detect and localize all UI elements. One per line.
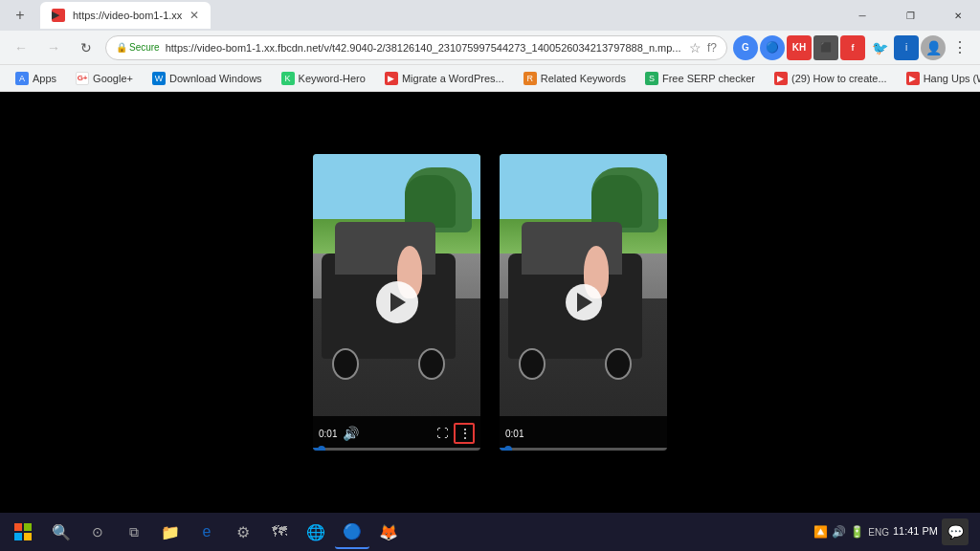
minimize-button[interactable]: ─ [840, 0, 884, 31]
fullscreen-button-1[interactable]: ⛶ [436, 427, 448, 440]
url-text: https://video-bom1-1.xx.fbcdn.net/v/t42.… [166, 42, 683, 54]
time-display-2: 0:01 [505, 429, 523, 439]
svg-rect-1 [24, 523, 32, 531]
car-wheel-right [418, 348, 445, 380]
bookmark-how-to[interactable]: ▶ (29) How to create... [767, 68, 895, 89]
progress-bar-1[interactable] [313, 448, 480, 451]
secure-label: Secure [129, 42, 160, 53]
play-icon-2 [577, 293, 592, 312]
ext-icon-1[interactable]: G [733, 35, 758, 60]
progress-bar-2[interactable] [500, 448, 667, 451]
url-bar[interactable]: 🔒 Secure https://video-bom1-1.xx.fbcdn.n… [105, 35, 727, 60]
video-controls-2: 0:01 ⬇ Download [500, 416, 667, 451]
bookmark-favicon-keyword: K [281, 72, 295, 85]
more-options-button-1[interactable]: ⋮ [454, 423, 475, 444]
bookmark-keyword[interactable]: K Keyword-Hero [274, 68, 373, 89]
bookmark-migrate[interactable]: ▶ Migrate a WordPres... [377, 68, 512, 89]
active-tab[interactable]: ▶ https://video-bom1-1.xx ✕ [40, 2, 211, 29]
tab-close-button[interactable]: ✕ [189, 9, 199, 22]
bookmark-label-hangup: Hang Ups (Want Yo... [924, 73, 980, 84]
svg-rect-0 [14, 523, 22, 531]
maximize-button[interactable]: ❐ [888, 0, 932, 31]
secure-icon: 🔒 Secure [116, 42, 160, 53]
taskbar-file-explorer[interactable]: 📁 [153, 515, 188, 549]
browser-window: + ▶ https://video-bom1-1.xx ✕ ─ ❐ ✕ ← → … [0, 0, 980, 551]
taskbar-ie[interactable]: e [189, 515, 224, 549]
bookmark-star[interactable]: ☆ [689, 40, 702, 55]
play-icon-1 [390, 293, 406, 312]
new-tab-button[interactable]: + [8, 3, 33, 28]
dots-icon-1: ⋮ [458, 426, 471, 441]
taskbar-edge[interactable]: 🌐 [299, 515, 333, 549]
ext-icon-2[interactable]: 🔵 [760, 35, 785, 60]
taskbar-app2[interactable]: 🦊 [371, 515, 406, 549]
bookmark-favicon-apps: A [15, 72, 29, 85]
tray-eng[interactable]: ENG [868, 527, 889, 538]
taskbar-chrome[interactable]: 🔵 [335, 515, 369, 549]
bookmark-related[interactable]: R Related Keywords [516, 68, 634, 89]
ext-icon-blue[interactable]: i [894, 35, 919, 60]
title-bar: + ▶ https://video-bom1-1.xx ✕ ─ ❐ ✕ [0, 0, 980, 31]
close-button[interactable]: ✕ [936, 0, 980, 31]
video-player-1: 0:01 🔊 ⛶ ⋮ [313, 154, 480, 451]
video-controls-1: 0:01 🔊 ⛶ ⋮ [313, 416, 480, 451]
bookmark-label-migrate: Migrate a WordPres... [402, 73, 504, 84]
video-container: 0:01 🔊 ⛶ ⋮ [313, 154, 667, 451]
progress-thumb-1 [318, 446, 325, 452]
tray-speaker[interactable]: 🔊 [832, 525, 846, 539]
time-display-1: 0:01 [319, 429, 337, 439]
tray-network[interactable]: 🔼 [813, 525, 828, 539]
ext-icon-3[interactable]: ⬛ [813, 35, 838, 60]
back-button[interactable]: ← [8, 34, 34, 61]
bookmark-label-serp: Free SERP checker [662, 73, 755, 84]
svg-rect-3 [24, 533, 32, 540]
refresh-button[interactable]: ↻ [73, 34, 100, 61]
bookmark-apps[interactable]: A Apps [8, 68, 64, 89]
svg-rect-2 [14, 533, 22, 540]
bookmarks-bar: A Apps G+ Google+ W Download Windows K K… [0, 65, 980, 92]
bookmark-google[interactable]: G+ Google+ [68, 68, 141, 89]
play-button-1[interactable] [376, 281, 418, 323]
window-controls: ─ ❐ ✕ [840, 0, 980, 31]
tab-favicon: ▶ [52, 9, 65, 22]
video-player-2: 0:01 ⬇ Download [500, 154, 667, 451]
ext-icon-5[interactable]: 🐦 [867, 35, 892, 60]
tray-battery[interactable]: 🔋 [850, 525, 864, 539]
address-bar: ← → ↻ 🔒 Secure https://video-bom1-1.xx.f… [0, 31, 980, 65]
bookmark-favicon-google: G+ [76, 72, 89, 85]
bookmark-label-howto: (29) How to create... [791, 73, 887, 84]
tree-2 [405, 175, 456, 228]
bookmark-label-apps: Apps [33, 73, 56, 84]
bookmark-favicon-migrate: ▶ [385, 72, 398, 85]
play-button-2[interactable] [566, 284, 602, 320]
bookmark-label-google: Google+ [93, 73, 133, 84]
tray-time: 11:41 PM [893, 524, 938, 539]
taskbar-task-view[interactable]: ⧉ [117, 515, 151, 549]
action-center[interactable]: 💬 [942, 518, 969, 545]
mute-button-1[interactable]: 🔊 [343, 426, 359, 441]
menu-icon[interactable]: ⋮ [947, 35, 972, 60]
taskbar-search[interactable]: 🔍 [44, 515, 78, 549]
taskbar-maps[interactable]: 🗺 [262, 515, 297, 549]
windows-logo [13, 522, 33, 541]
bookmark-download[interactable]: W Download Windows [145, 68, 270, 89]
toolbar-icons: G 🔵 KH ⬛ f 🐦 i 👤 ⋮ [733, 35, 972, 60]
forward-button[interactable]: → [40, 34, 67, 61]
bookmark-favicon-hangup: ▶ [906, 72, 920, 85]
taskbar-settings[interactable]: ⚙ [226, 515, 260, 549]
ext-icon-red[interactable]: KH [787, 35, 812, 60]
taskbar-cortana[interactable]: ⊙ [80, 515, 115, 549]
progress-thumb-2 [504, 446, 512, 452]
f-button[interactable]: f? [707, 41, 717, 55]
bookmark-hangup[interactable]: ▶ Hang Ups (Want Yo... [899, 68, 980, 89]
car-wheel-left-2 [519, 348, 546, 380]
taskbar: 🔍 ⊙ ⧉ 📁 e ⚙ 🗺 🌐 🔵 🦊 🔼 🔊 🔋 ENG 11:41 PM 💬 [0, 513, 980, 551]
start-button[interactable] [4, 513, 42, 551]
ext-icon-4[interactable]: f [840, 35, 865, 60]
content-area: 0:01 🔊 ⛶ ⋮ [0, 92, 980, 513]
bookmark-favicon-serp: S [645, 72, 658, 85]
tab-title: https://video-bom1-1.xx [73, 10, 182, 21]
bookmark-serp[interactable]: S Free SERP checker [637, 68, 763, 89]
profile-icon[interactable]: 👤 [921, 35, 946, 60]
bookmark-favicon-download: W [152, 72, 166, 85]
